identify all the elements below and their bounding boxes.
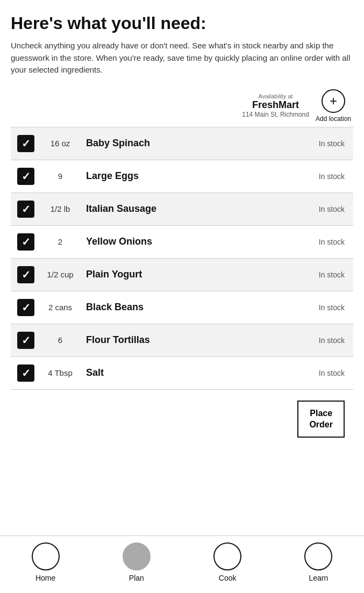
nav-label-cook: Cook [219, 574, 237, 582]
checkbox[interactable]: ✓ [17, 266, 34, 283]
ingredient-name: Large Eggs [82, 160, 264, 192]
nav-item-learn[interactable]: Learn [273, 542, 364, 582]
nav-icon-cook [213, 542, 241, 570]
page-subtitle: Uncheck anything you already have or don… [11, 40, 353, 76]
ingredient-name: Baby Spinach [82, 127, 264, 160]
checkbox-cell: ✓ [11, 324, 39, 356]
nav-icon-home [32, 542, 60, 570]
checkbox-cell: ✓ [11, 225, 39, 258]
table-row: ✓ 1/2 cup Plain Yogurt In stock [11, 258, 353, 291]
qty-cell: 1/2 cup [39, 258, 82, 291]
checkbox-cell: ✓ [11, 291, 39, 324]
checkmark-icon: ✓ [22, 269, 31, 280]
qty-cell: 1/2 lb [39, 192, 82, 225]
ingredient-table: ✓ 16 oz Baby Spinach In stock ✓ 9 Large … [11, 127, 353, 390]
checkmark-icon: ✓ [22, 138, 31, 149]
qty-cell: 6 [39, 324, 82, 356]
availability-label: Availability at [242, 93, 309, 99]
table-row: ✓ 2 cans Black Beans In stock [11, 291, 353, 324]
table-row: ✓ 4 Tbsp Salt In stock [11, 356, 353, 389]
status-cell: In stock [264, 127, 353, 160]
checkbox[interactable]: ✓ [17, 332, 34, 349]
table-row: ✓ 1/2 lb Italian Sausage In stock [11, 192, 353, 225]
status-cell: In stock [264, 160, 353, 192]
nav-item-plan[interactable]: Plan [91, 542, 182, 582]
ingredient-name: Plain Yogurt [82, 258, 264, 291]
table-row: ✓ 9 Large Eggs In stock [11, 160, 353, 192]
checkbox-cell: ✓ [11, 356, 39, 389]
status-cell: In stock [264, 291, 353, 324]
status-cell: In stock [264, 356, 353, 389]
qty-cell: 2 cans [39, 291, 82, 324]
store-address: 114 Main St, Richmond [242, 111, 309, 118]
add-location-icon: + [322, 89, 345, 113]
main-content: Here's what you'll need: Uncheck anythin… [0, 0, 364, 535]
checkbox[interactable]: ✓ [17, 365, 34, 382]
add-location-button[interactable]: + Add location [316, 89, 351, 123]
checkmark-icon: ✓ [22, 368, 31, 378]
checkmark-icon: ✓ [22, 302, 31, 313]
ingredient-name: Black Beans [82, 291, 264, 324]
ingredient-name: Flour Tortillas [82, 324, 264, 356]
checkbox-cell: ✓ [11, 192, 39, 225]
table-row: ✓ 16 oz Baby Spinach In stock [11, 127, 353, 160]
table-row: ✓ 2 Yellow Onions In stock [11, 225, 353, 258]
table-row: ✓ 6 Flour Tortillas In stock [11, 324, 353, 356]
ingredient-name: Salt [82, 356, 264, 389]
checkbox[interactable]: ✓ [17, 135, 34, 152]
checkbox[interactable]: ✓ [17, 201, 34, 218]
nav-label-home: Home [35, 574, 55, 582]
status-cell: In stock [264, 192, 353, 225]
checkmark-icon: ✓ [22, 237, 31, 247]
add-location-label: Add location [316, 115, 351, 123]
nav-icon-learn [304, 542, 332, 570]
availability-row: Availability at FreshMart 114 Main St, R… [11, 89, 353, 123]
nav-label-plan: Plan [129, 574, 144, 582]
place-order-line1: Place [310, 409, 332, 418]
checkmark-icon: ✓ [22, 171, 31, 182]
nav-item-cook[interactable]: Cook [182, 542, 273, 582]
status-cell: In stock [264, 225, 353, 258]
status-cell: In stock [264, 324, 353, 356]
availability-info: Availability at FreshMart 114 Main St, R… [242, 93, 309, 118]
place-order-row: Place Order [11, 390, 353, 442]
ingredient-name: Yellow Onions [82, 225, 264, 258]
qty-cell: 4 Tbsp [39, 356, 82, 389]
qty-cell: 16 oz [39, 127, 82, 160]
qty-cell: 2 [39, 225, 82, 258]
checkbox-cell: ✓ [11, 258, 39, 291]
checkbox[interactable]: ✓ [17, 233, 34, 251]
nav-label-learn: Learn [309, 574, 328, 582]
checkbox-cell: ✓ [11, 160, 39, 192]
place-order-button[interactable]: Place Order [297, 401, 345, 438]
bottom-nav: Home Plan Cook Learn [0, 535, 364, 593]
page-title: Here's what you'll need: [11, 13, 353, 33]
qty-cell: 9 [39, 160, 82, 192]
ingredient-name: Italian Sausage [82, 192, 264, 225]
checkmark-icon: ✓ [22, 204, 31, 215]
checkbox[interactable]: ✓ [17, 299, 34, 316]
checkbox[interactable]: ✓ [17, 168, 34, 185]
store-name: FreshMart [242, 99, 309, 111]
checkbox-cell: ✓ [11, 127, 39, 160]
nav-item-home[interactable]: Home [0, 542, 91, 582]
nav-icon-plan [123, 542, 151, 570]
status-cell: In stock [264, 258, 353, 291]
checkmark-icon: ✓ [22, 335, 31, 346]
place-order-line2: Order [309, 420, 333, 429]
